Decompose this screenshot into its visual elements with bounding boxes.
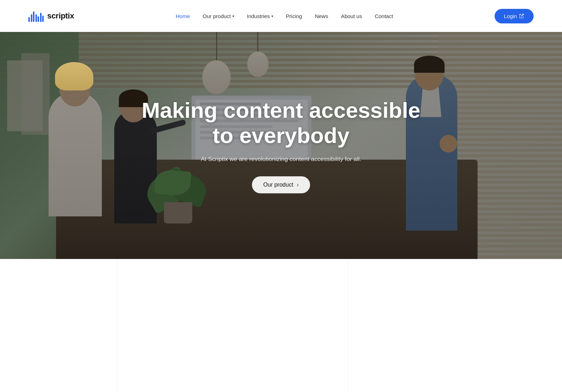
arrow-right-icon: › bbox=[297, 182, 299, 188]
bar-1 bbox=[28, 17, 30, 22]
chevron-down-icon-product: ▾ bbox=[232, 14, 234, 18]
nav-item-home[interactable]: Home bbox=[176, 13, 190, 19]
logo[interactable]: scriptix bbox=[28, 10, 74, 22]
nav-item-about-us[interactable]: About us bbox=[341, 13, 362, 19]
hero-subtitle: At Scriptix we are revolutionizing conte… bbox=[201, 156, 362, 163]
bar-2 bbox=[31, 14, 32, 22]
nav-label-about-us: About us bbox=[341, 13, 362, 19]
nav-item-contact[interactable]: Contact bbox=[375, 13, 393, 19]
nav-item-our-product[interactable]: Our product ▾ bbox=[203, 13, 234, 19]
nav-label-contact: Contact bbox=[375, 13, 393, 19]
nav-item-news[interactable]: News bbox=[315, 13, 328, 19]
bar-4 bbox=[35, 14, 37, 22]
chevron-down-icon-industries: ▾ bbox=[271, 14, 273, 18]
nav-item-pricing[interactable]: Pricing bbox=[286, 13, 302, 19]
external-link-icon bbox=[519, 13, 524, 18]
bar-6 bbox=[40, 13, 42, 22]
hero-section: Making content accessible to everybody A… bbox=[0, 32, 562, 259]
nav-label-industries: Industries bbox=[247, 13, 270, 19]
nav-label-home: Home bbox=[176, 13, 190, 19]
bar-7 bbox=[42, 16, 44, 22]
logo-prefix: scripti bbox=[47, 11, 70, 20]
bar-5 bbox=[38, 16, 39, 22]
site-header: scriptix Home Our product ▾ Industries ▾… bbox=[0, 0, 562, 32]
nav-item-industries[interactable]: Industries ▾ bbox=[247, 13, 273, 19]
cta-label: Our product bbox=[263, 182, 293, 188]
login-button[interactable]: Login bbox=[495, 9, 534, 23]
hero-cta-button[interactable]: Our product › bbox=[252, 176, 310, 193]
nav-label-our-product: Our product bbox=[203, 13, 231, 19]
login-label: Login bbox=[504, 13, 517, 19]
logo-icon bbox=[28, 10, 44, 22]
hero-title: Making content accessible to everybody bbox=[128, 98, 434, 148]
bar-3 bbox=[33, 11, 34, 22]
nav-label-pricing: Pricing bbox=[286, 13, 302, 19]
logo-text: scriptix bbox=[47, 11, 74, 21]
main-nav: Home Our product ▾ Industries ▾ Pricing … bbox=[176, 13, 393, 19]
person-left-hair bbox=[55, 62, 93, 90]
nav-label-news: News bbox=[315, 13, 328, 19]
logo-suffix: x bbox=[70, 11, 74, 20]
logo-bars bbox=[28, 10, 44, 22]
below-hero-section bbox=[0, 259, 562, 380]
